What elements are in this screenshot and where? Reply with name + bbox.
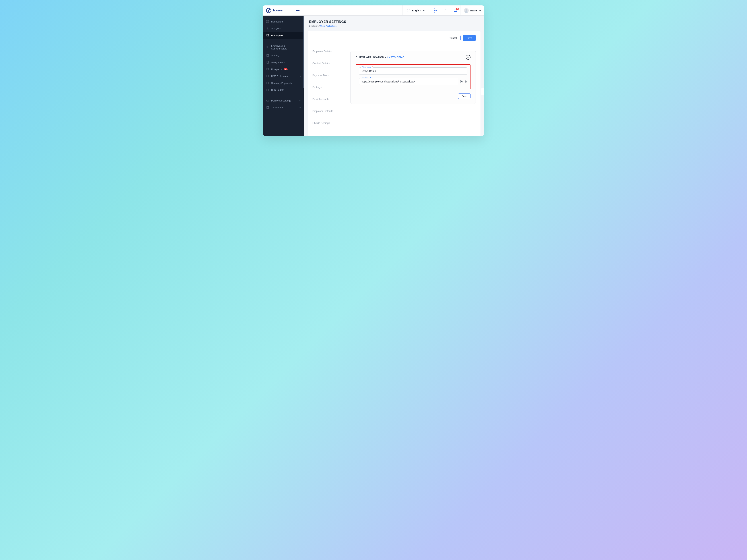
sidebar-item-payments-settings[interactable]: Payments Settings — [263, 97, 304, 104]
sidebar-item-label: Bulk Update — [271, 89, 284, 91]
add-client-application-button[interactable] — [466, 55, 470, 60]
user-menu[interactable]: Azam — [461, 5, 484, 16]
tab-payment-model[interactable]: Payment Model — [312, 72, 343, 79]
language-selector[interactable]: English — [402, 5, 429, 16]
svg-rect-11 — [267, 55, 269, 57]
logo-icon — [266, 8, 271, 13]
add-button[interactable] — [429, 5, 440, 16]
card-header: CLIENT APPLICATION - NXSYS DEMO — [356, 55, 470, 60]
sidebar-item-employers[interactable]: Employers — [263, 32, 304, 39]
sidebar-item-label: HMRC Updates — [271, 75, 288, 78]
tabs-column: Employer Details Contact Details Payment… — [312, 45, 343, 136]
sidebar-item-label: Prospects — [271, 68, 282, 71]
bulk-icon — [266, 88, 269, 91]
sidebar-divider — [266, 41, 301, 41]
body: Dashboard Analytics Employers Employees … — [263, 16, 484, 136]
sidebar-item-bulk-update[interactable]: Bulk Update — [263, 86, 304, 93]
timesheets-icon — [266, 106, 269, 109]
redirect-uri-input[interactable] — [359, 78, 458, 85]
panel-actions: Cancel Save — [312, 35, 476, 41]
page-header: EMPLOYER SETTINGS Employers / Client App… — [304, 16, 484, 29]
sidebar-item-agency[interactable]: Agency — [263, 52, 304, 59]
tab-employer-defaults[interactable]: Employer Defaults — [312, 107, 343, 115]
card-footer: Save — [356, 93, 470, 99]
sidebar-item-employees[interactable]: Employees & Subcontractors — [263, 43, 304, 52]
breadcrumb-sep: / — [318, 25, 320, 27]
side-tab-handle[interactable] — [481, 88, 484, 95]
content: EMPLOYER SETTINGS Employers / Client App… — [304, 16, 484, 136]
svg-rect-15 — [267, 75, 269, 77]
svg-rect-18 — [266, 100, 269, 101]
plus-circle-icon — [433, 8, 437, 12]
hmrc-icon — [266, 75, 269, 78]
client-name-input[interactable] — [359, 68, 467, 75]
add-redirect-uri-button[interactable] — [460, 80, 463, 83]
page-title: EMPLOYER SETTINGS — [309, 20, 479, 24]
language-label: English — [412, 9, 421, 12]
brand-name: Nxsys — [273, 8, 283, 12]
save-button[interactable]: Save — [463, 35, 476, 41]
redirect-uri-field: Redirect Uri * — [359, 78, 467, 85]
analytics-icon — [266, 27, 269, 30]
breadcrumb: Employers / Client Applications — [309, 25, 479, 27]
breadcrumb-current[interactable]: Client Applications — [320, 25, 336, 27]
tab-contact-details[interactable]: Contact Details — [312, 59, 343, 67]
prospects-badge: 57 — [284, 68, 288, 70]
tab-bank-accounts[interactable]: Bank Accounts — [312, 95, 343, 103]
sidebar-item-assignments[interactable]: Assignments — [263, 59, 304, 66]
header: Nxsys English 8 — [263, 5, 484, 16]
notifications-button[interactable] — [440, 5, 450, 16]
sidebar-item-label: Timesheets — [271, 106, 283, 109]
sidebar-item-label: Dashboard — [271, 20, 283, 23]
sidebar-item-dashboard[interactable]: Dashboard — [263, 18, 304, 25]
redirect-uri-label: Redirect Uri * — [361, 77, 373, 79]
prospects-icon — [266, 68, 269, 71]
tab-hmrc-settings[interactable]: HMRC Settings — [312, 119, 343, 127]
svg-rect-0 — [266, 21, 267, 21]
logo-zone: Nxsys — [263, 8, 304, 13]
svg-rect-14 — [267, 68, 269, 70]
sidebar-item-label: Statutory Payments — [271, 82, 292, 84]
sidebar-item-label: Analytics — [271, 27, 281, 30]
sidebar-item-label: Employers — [271, 34, 283, 37]
card-save-button[interactable]: Save — [458, 93, 470, 99]
sidebar-item-hmrc-updates[interactable]: HMRC Updates — [263, 73, 304, 80]
svg-rect-3 — [268, 22, 269, 23]
sidebar-item-prospects[interactable]: Prospects57 — [263, 66, 304, 73]
header-right: English 8 Azam — [402, 5, 484, 16]
tab-settings[interactable]: Settings — [312, 83, 343, 91]
sidebar-collapse-button[interactable] — [297, 9, 301, 12]
sidebar-item-statutory[interactable]: Statutory Payments — [263, 80, 304, 86]
assignments-icon — [266, 61, 269, 64]
svg-rect-7 — [267, 34, 269, 36]
settings-panel: Cancel Save Employer Details Contact Det… — [308, 31, 481, 136]
app-window: Nxsys English 8 — [263, 5, 484, 136]
people-icon — [266, 46, 269, 49]
messages-button[interactable]: 8 — [450, 5, 461, 16]
highlight-box: Client name * Redirect Uri * — [356, 64, 470, 89]
avatar-icon — [464, 8, 469, 13]
chevron-down-icon — [300, 100, 301, 101]
chevron-down-icon — [300, 75, 301, 77]
card-title-name: NXSYS DEMO — [387, 56, 405, 59]
chevron-down-icon — [479, 9, 481, 11]
sidebar-item-label: Assignments — [271, 61, 285, 64]
client-application-card: CLIENT APPLICATION - NXSYS DEMO Client n… — [351, 51, 476, 104]
svg-rect-2 — [266, 22, 267, 23]
card-title-prefix: CLIENT APPLICATION - — [356, 56, 387, 59]
card-title: CLIENT APPLICATION - NXSYS DEMO — [356, 56, 405, 59]
breadcrumb-parent[interactable]: Employers — [309, 25, 318, 27]
chevron-down-icon — [423, 9, 426, 11]
bell-icon — [443, 9, 446, 12]
tab-employer-details[interactable]: Employer Details — [312, 48, 343, 55]
client-name-field: Client name * — [359, 68, 467, 75]
cancel-button[interactable]: Cancel — [446, 35, 461, 41]
delete-redirect-uri-button[interactable] — [465, 80, 467, 83]
sidebar-item-timesheets[interactable]: Timesheets — [263, 104, 304, 111]
sidebar-item-label: Employees & Subcontractors — [271, 45, 301, 50]
agency-icon — [266, 54, 269, 57]
sidebar-item-analytics[interactable]: Analytics — [263, 25, 304, 32]
dashboard-icon — [266, 20, 269, 23]
messages-badge: 8 — [456, 8, 459, 10]
employers-icon — [266, 34, 269, 37]
